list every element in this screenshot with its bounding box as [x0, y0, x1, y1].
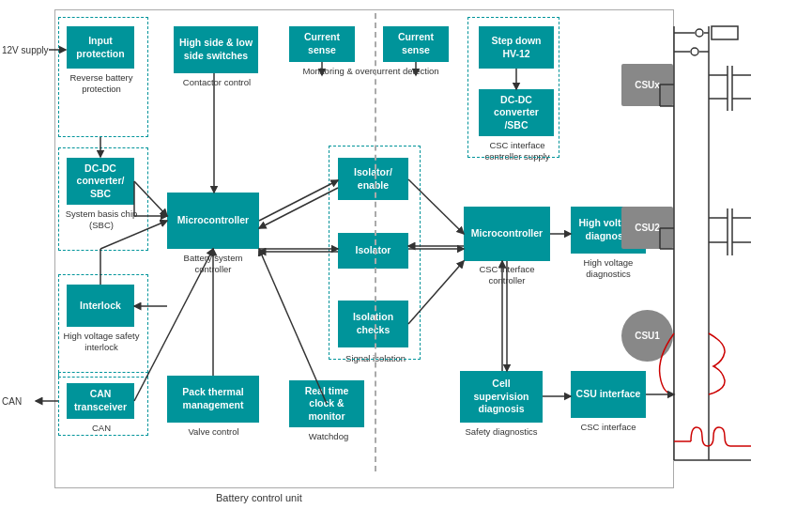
- can-transceiver-dashed: [58, 372, 148, 436]
- main-box-label: Battery control unit: [216, 492, 302, 503]
- can-label: CAN: [2, 396, 22, 407]
- csu1-box: CSU1: [621, 310, 673, 362]
- microcontroller-csc-desc: CSC interface controller: [464, 264, 550, 287]
- csu-interface-desc: CSC interface: [568, 422, 649, 433]
- pack-thermal-desc: Valve control: [183, 426, 244, 438]
- csux-box: CSUx: [621, 64, 673, 106]
- svg-rect-37: [712, 26, 738, 39]
- pack-thermal-box: Pack thermal management: [167, 376, 259, 423]
- current-sense2-box: Current sense: [383, 26, 449, 62]
- cell-supervision-box: Cell supervision diagnosis: [460, 371, 543, 423]
- input-protection-dashed: [58, 17, 148, 137]
- dc-dc-sbc-dashed: [58, 147, 148, 251]
- svg-point-35: [691, 48, 698, 55]
- hv-diag-desc: High voltage diagnostics: [566, 257, 651, 281]
- high-low-switches-box: High side & low side switches: [174, 26, 258, 73]
- diagram-container: 12V supply CAN Battery control unit Inpu…: [0, 0, 812, 509]
- real-time-clock-desc: Watchdog: [305, 431, 352, 442]
- supply-label: 12V supply: [2, 45, 48, 55]
- current-sense1-box: Current sense: [289, 26, 355, 62]
- microcontroller-csc-box: Microcontroller: [464, 207, 550, 261]
- csu2-box: CSU2: [621, 207, 673, 249]
- interlock-dashed: [58, 274, 148, 378]
- real-time-clock-box: Real time clock & monitor: [289, 380, 364, 427]
- microcontroller-bsc-desc: Battery system controller: [167, 253, 259, 276]
- microcontroller-bsc-box: Microcontroller: [167, 193, 259, 249]
- cell-supervision-desc: Safety diagnostics: [460, 426, 543, 438]
- csu-interface-box: CSU interface: [571, 371, 646, 418]
- monitoring-desc: Monitoring & overcurrent detection: [277, 66, 465, 77]
- step-down-dashed: [467, 17, 559, 158]
- high-low-switches-desc: Contactor control: [180, 77, 253, 88]
- dashed-vertical-line: [375, 13, 376, 471]
- svg-point-32: [696, 29, 703, 37]
